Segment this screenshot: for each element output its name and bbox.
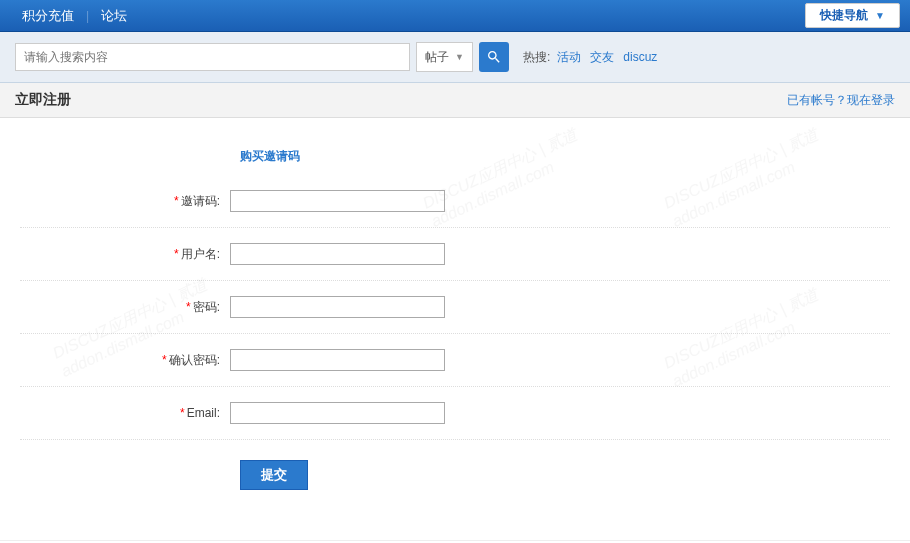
login-link[interactable]: 已有帐号？现在登录 [787,92,895,109]
search-select-label: 帖子 [425,49,449,66]
hot-link-activity[interactable]: 活动 [557,50,581,64]
password-label: *密码: [20,299,230,316]
hot-search-label: 热搜: [523,50,550,64]
form-row-confirm: *确认密码: [20,334,890,387]
credit-recharge-link[interactable]: 积分充值 [10,0,86,32]
top-nav: 积分充值 | 论坛 快捷导航 ▼ [0,0,910,32]
search-input[interactable] [15,43,410,71]
search-type-select[interactable]: 帖子 ▼ [416,42,473,72]
submit-button[interactable]: 提交 [240,460,308,490]
page-title: 立即注册 [15,91,71,109]
confirm-password-label: *确认密码: [20,352,230,369]
chevron-down-icon: ▼ [875,10,885,21]
buy-invite-link[interactable]: 购买邀请码 [240,148,890,165]
invite-code-input[interactable] [230,190,445,212]
form-row-password: *密码: [20,281,890,334]
email-input[interactable] [230,402,445,424]
register-form: DISCUZ应用中心 | 贰道addon.dismall.com DISCUZ应… [0,118,910,520]
form-row-email: *Email: [20,387,890,440]
forum-link[interactable]: 论坛 [89,0,139,32]
top-nav-left: 积分充值 | 论坛 [10,0,139,32]
confirm-password-input[interactable] [230,349,445,371]
search-icon [486,49,502,65]
email-label: *Email: [20,406,230,420]
hot-search: 热搜: 活动 交友 discuz [523,49,660,66]
chevron-down-icon: ▼ [455,52,464,62]
search-button[interactable] [479,42,509,72]
search-bar: 帖子 ▼ 热搜: 活动 交友 discuz [0,32,910,83]
hot-link-discuz[interactable]: discuz [623,50,657,64]
quicknav-label: 快捷导航 [820,8,868,22]
invite-code-label: *邀请码: [20,193,230,210]
submit-row: 提交 [20,440,890,500]
hot-link-friends[interactable]: 交友 [590,50,614,64]
page-header: 立即注册 已有帐号？现在登录 [0,83,910,118]
username-label: *用户名: [20,246,230,263]
form-row-invite: *邀请码: [20,175,890,228]
quicknav-button[interactable]: 快捷导航 ▼ [805,3,900,28]
username-input[interactable] [230,243,445,265]
password-input[interactable] [230,296,445,318]
form-row-username: *用户名: [20,228,890,281]
